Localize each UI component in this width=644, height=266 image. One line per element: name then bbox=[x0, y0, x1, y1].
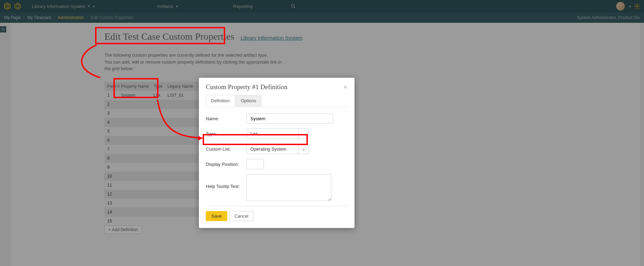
name-input[interactable] bbox=[247, 113, 333, 124]
type-value: List bbox=[247, 131, 298, 136]
custom-property-dialog: Custom Property #1 Definition ✕ Definiti… bbox=[199, 78, 355, 228]
label-displayposition: Display Position: bbox=[206, 162, 247, 167]
tab-options[interactable]: Options bbox=[236, 95, 261, 106]
save-button[interactable]: Save bbox=[206, 211, 227, 221]
cancel-button[interactable]: Cancel bbox=[229, 211, 254, 221]
customlist-select[interactable]: Operating System ⌄ bbox=[247, 144, 309, 154]
chevron-down-icon: ⌄ bbox=[298, 144, 309, 154]
label-helptext: Help Tooltip Text: bbox=[206, 174, 247, 189]
type-select[interactable]: List ⌄ bbox=[247, 129, 309, 139]
chevron-down-icon: ⌄ bbox=[298, 129, 309, 139]
label-customlist: Custom List: bbox=[206, 146, 247, 152]
dialog-close-button[interactable]: ✕ bbox=[343, 84, 348, 91]
label-name: Name: bbox=[206, 116, 247, 121]
customlist-value: Operating System bbox=[247, 146, 298, 152]
tab-definition[interactable]: Definition bbox=[206, 95, 235, 106]
helptext-input[interactable] bbox=[247, 174, 331, 201]
dialog-title: Custom Property #1 Definition bbox=[206, 83, 287, 91]
displayposition-input[interactable] bbox=[247, 159, 264, 169]
label-type: Type: bbox=[206, 131, 247, 136]
